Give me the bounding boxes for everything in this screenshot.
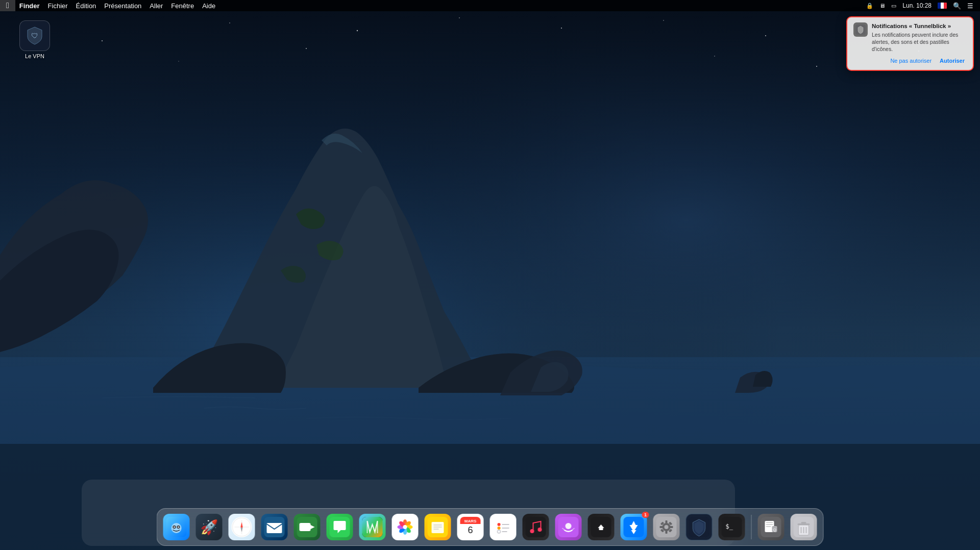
dock-icon-messages — [327, 514, 353, 540]
menubar-search[interactable]: 🔍 — [950, 0, 964, 11]
dock-item-terminal[interactable]: $_ — [717, 512, 747, 542]
dock: 🚀 — [157, 508, 824, 546]
dock-item-reminders[interactable] — [488, 512, 519, 542]
dock-icon-music — [523, 514, 549, 540]
dock-item-facetime[interactable] — [292, 512, 323, 542]
dock-icon-reminders — [490, 514, 517, 540]
svg-point-22 — [172, 523, 182, 533]
dock-item-messages[interactable] — [325, 512, 355, 542]
svg-text:Q: Q — [773, 528, 776, 532]
notification-content: Notifications « Tunnelblick » Les notifi… — [872, 22, 967, 53]
svg-rect-95 — [766, 522, 773, 523]
menubar-flag[interactable] — [935, 0, 949, 11]
dock-icon-mail — [261, 514, 288, 540]
desktop-icon-image: 🛡 — [19, 20, 50, 51]
dock-item-photos[interactable] — [390, 512, 421, 542]
svg-text:$_: $_ — [726, 523, 733, 530]
menubar-aller[interactable]: Aller — [145, 0, 167, 11]
apple-icon:  — [6, 1, 9, 10]
dock-icon-photos — [392, 514, 419, 540]
svg-rect-37 — [300, 523, 311, 531]
svg-rect-35 — [267, 523, 282, 533]
dock-icon-facetime — [294, 514, 321, 540]
dock-icon-preferences — [653, 514, 680, 540]
svg-point-8 — [663, 20, 664, 20]
dock-item-podcasts[interactable] — [553, 512, 584, 542]
desktop — [0, 0, 980, 550]
dock-item-finder[interactable] — [161, 512, 192, 542]
dock-item-trash[interactable] — [789, 512, 819, 542]
menubar-lock-icon: 🔒 — [864, 0, 876, 11]
menubar-fenetre[interactable]: Fenêtre — [167, 0, 198, 11]
dock-icon-quicklook: Q — [758, 514, 785, 540]
svg-point-7 — [561, 28, 562, 29]
notification-deny-button[interactable]: Ne pas autoriser — [888, 57, 934, 65]
svg-point-65 — [498, 523, 501, 526]
dock-icon-terminal: $_ — [719, 514, 745, 540]
notification-title: Notifications « Tunnelblick » — [872, 22, 967, 30]
menubar-aide[interactable]: Aide — [198, 0, 219, 11]
flag-icon — [938, 3, 947, 9]
dock-icon-notes — [425, 514, 451, 540]
svg-point-15 — [816, 66, 817, 67]
svg-point-4 — [229, 22, 230, 23]
notification-body: Les notifications peuvent inclure des al… — [872, 31, 967, 53]
svg-rect-82 — [666, 520, 668, 523]
dock-item-launchpad[interactable]: 🚀 — [194, 512, 225, 542]
svg-rect-103 — [801, 522, 806, 523]
svg-point-25 — [174, 527, 175, 528]
menubar-fichier[interactable]: Fichier — [44, 0, 72, 11]
dock-icon-maps — [359, 514, 386, 540]
vpn-shield-icon: 🛡 — [24, 26, 45, 46]
dock-item-vpn[interactable] — [684, 512, 715, 542]
svg-point-75 — [566, 523, 572, 529]
dock-item-appletv[interactable] — [586, 512, 617, 542]
dock-item-maps[interactable] — [357, 512, 388, 542]
dock-icon-calendar: MARS 6 — [457, 514, 484, 540]
svg-text:6: 6 — [468, 525, 473, 535]
notification-actions: Ne pas autoriser Autoriser — [853, 57, 967, 65]
dock-icon-trash — [791, 514, 817, 540]
notification-header: Notifications « Tunnelblick » Les notifi… — [853, 22, 967, 53]
menubar-edition[interactable]: Édition — [72, 0, 101, 11]
menubar-control-center[interactable]: ☰ — [965, 0, 976, 11]
dock-icon-appstore — [621, 514, 647, 540]
svg-rect-96 — [766, 524, 773, 525]
svg-rect-83 — [666, 531, 668, 534]
svg-text:MARS: MARS — [464, 519, 477, 523]
desktop-icon-label: Le VPN — [25, 53, 44, 59]
svg-point-6 — [459, 17, 460, 18]
svg-rect-97 — [766, 526, 771, 527]
svg-point-81 — [665, 525, 669, 529]
menubar-airplay-icon: ▭ — [889, 0, 899, 11]
dock-item-preferences[interactable] — [651, 512, 682, 542]
dock-icon-vpn — [686, 514, 713, 540]
svg-point-73 — [538, 528, 542, 532]
svg-rect-84 — [660, 526, 663, 528]
menubar-time: Lun. 10:28 — [900, 0, 934, 11]
dock-item-calendar[interactable]: MARS 6 — [455, 512, 486, 542]
appstore-badge: 1 — [642, 512, 649, 518]
menubar-presentation[interactable]: Présentation — [100, 0, 145, 11]
svg-point-26 — [178, 527, 179, 528]
svg-point-67 — [498, 527, 501, 530]
apple-menu[interactable]:  — [0, 0, 15, 11]
dock-icon-podcasts — [555, 514, 582, 540]
dock-item-safari[interactable] — [227, 512, 257, 542]
desktop-icon-levpn[interactable]: 🛡 Le VPN — [14, 20, 55, 59]
dock-icon-finder — [163, 514, 190, 540]
menubar-finder[interactable]: Finder — [15, 0, 44, 11]
menubar-right: 🔒 🖥 ▭ Lun. 10:28 🔍 ☰ — [864, 0, 980, 11]
notification-allow-button[interactable]: Autoriser — [938, 57, 967, 65]
dock-item-music[interactable] — [521, 512, 551, 542]
dock-icon-appletv — [588, 514, 615, 540]
dock-item-notes[interactable] — [423, 512, 453, 542]
svg-point-9 — [765, 35, 766, 36]
dock-item-appstore[interactable]: 1 — [619, 512, 649, 542]
dock-icon-safari — [229, 514, 255, 540]
svg-rect-55 — [432, 522, 444, 533]
svg-rect-64 — [493, 517, 513, 537]
svg-rect-77 — [599, 528, 603, 530]
dock-item-mail[interactable] — [259, 512, 290, 542]
dock-item-quicklook[interactable]: Q — [756, 512, 787, 542]
